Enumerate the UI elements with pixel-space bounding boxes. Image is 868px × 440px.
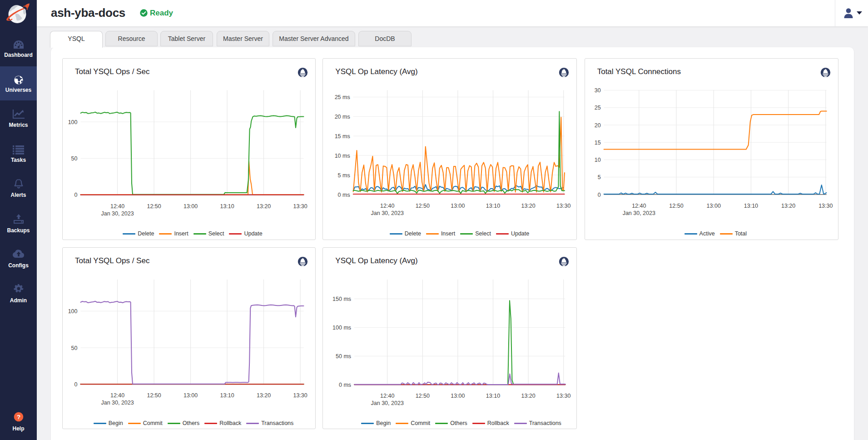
svg-text:100 ms: 100 ms (332, 325, 351, 331)
svg-text:13:20: 13:20 (257, 203, 271, 210)
svg-text:Jan 30, 2023: Jan 30, 2023 (371, 210, 404, 216)
svg-text:25: 25 (594, 105, 600, 111)
svg-text:10: 10 (594, 157, 600, 163)
svg-text:13:30: 13:30 (818, 203, 833, 209)
svg-text:Jan 30, 2023: Jan 30, 2023 (371, 400, 404, 406)
svg-text:13:00: 13:00 (451, 203, 465, 209)
svg-text:?: ? (16, 414, 20, 420)
svg-text:13:20: 13:20 (781, 203, 795, 209)
svg-text:50: 50 (71, 345, 78, 351)
svg-text:12:50: 12:50 (669, 203, 683, 209)
svg-text:30: 30 (594, 87, 600, 94)
svg-text:13:20: 13:20 (257, 392, 271, 399)
svg-text:5: 5 (597, 174, 600, 180)
svg-text:13:30: 13:30 (556, 203, 570, 209)
svg-text:13:20: 13:20 (521, 393, 536, 399)
svg-text:15: 15 (594, 140, 600, 146)
svg-text:50 ms: 50 ms (336, 353, 351, 360)
svg-text:13:30: 13:30 (293, 392, 307, 399)
svg-text:50: 50 (71, 155, 78, 162)
svg-text:13:00: 13:00 (706, 203, 720, 209)
svg-text:Jan 30, 2023: Jan 30, 2023 (622, 210, 655, 216)
svg-text:13:10: 13:10 (220, 203, 234, 210)
svg-text:12:50: 12:50 (416, 203, 430, 209)
svg-text:13:10: 13:10 (486, 393, 500, 399)
svg-text:Jan 30, 2023: Jan 30, 2023 (101, 210, 134, 217)
svg-text:20: 20 (594, 122, 600, 129)
svg-text:100: 100 (68, 119, 78, 125)
svg-text:12:50: 12:50 (147, 203, 161, 210)
svg-text:100: 100 (68, 308, 78, 315)
svg-text:150 ms: 150 ms (332, 296, 351, 302)
svg-text:12:40: 12:40 (380, 203, 394, 209)
svg-text:Jan 30, 2023: Jan 30, 2023 (101, 400, 134, 406)
svg-text:13:30: 13:30 (293, 203, 307, 210)
svg-text:13:00: 13:00 (451, 393, 465, 399)
svg-text:12:50: 12:50 (147, 392, 161, 399)
svg-text:12:50: 12:50 (416, 393, 430, 399)
svg-text:12:40: 12:40 (632, 203, 646, 209)
svg-text:13:10: 13:10 (486, 203, 500, 209)
svg-text:13:30: 13:30 (556, 393, 570, 399)
svg-text:10 ms: 10 ms (335, 153, 350, 159)
svg-text:5 ms: 5 ms (338, 172, 350, 179)
svg-text:13:10: 13:10 (220, 392, 234, 399)
svg-text:20 ms: 20 ms (335, 114, 350, 120)
svg-text:13:00: 13:00 (184, 203, 198, 210)
svg-text:0: 0 (74, 381, 78, 388)
svg-text:13:10: 13:10 (744, 203, 758, 209)
svg-text:13:20: 13:20 (521, 203, 536, 209)
svg-text:0: 0 (74, 192, 78, 198)
svg-text:0 ms: 0 ms (339, 382, 351, 388)
svg-text:15 ms: 15 ms (335, 133, 350, 140)
svg-text:0 ms: 0 ms (338, 192, 350, 198)
svg-text:0: 0 (597, 192, 600, 198)
svg-text:13:00: 13:00 (184, 392, 198, 399)
svg-text:12:40: 12:40 (110, 392, 124, 399)
svg-text:12:40: 12:40 (110, 203, 124, 210)
svg-text:12:40: 12:40 (380, 393, 394, 399)
svg-text:25 ms: 25 ms (335, 94, 350, 100)
